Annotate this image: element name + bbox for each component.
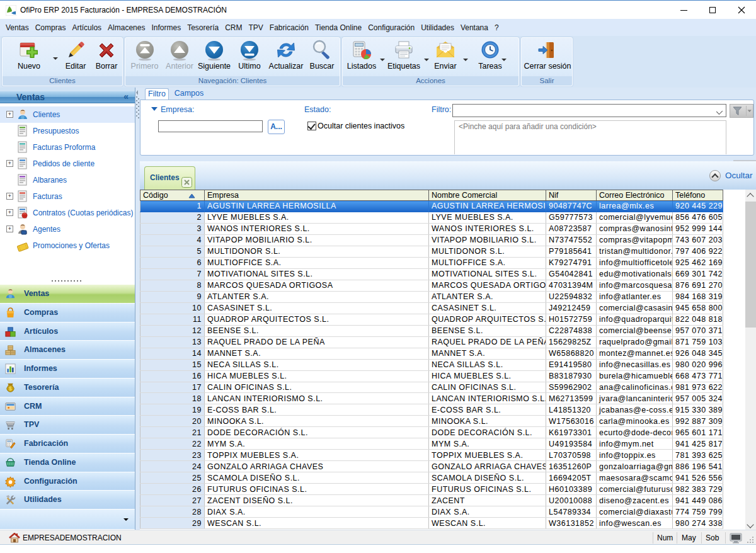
svg-text:$: $	[9, 385, 12, 392]
